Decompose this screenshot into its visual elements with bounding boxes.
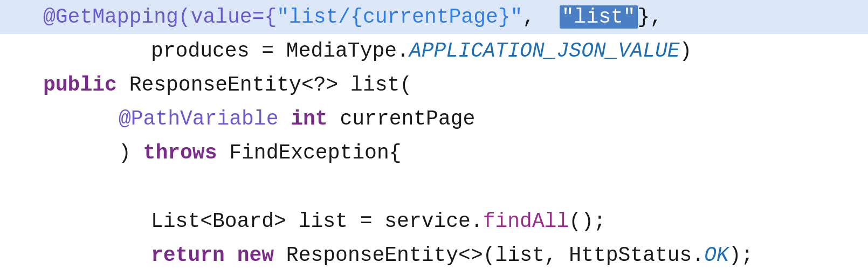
code-lines: @GetMapping(value={"list/{currentPage}",… bbox=[0, 0, 868, 276]
code-line: @GetMapping(value={"list/{currentPage}",… bbox=[0, 0, 868, 34]
code-line: return new ResponseEntity<>(list, HttpSt… bbox=[0, 238, 868, 272]
code-line: List<Board> list = service.findAll(); bbox=[0, 204, 868, 238]
code-line: public ResponseEntity<?> list( bbox=[0, 68, 868, 102]
code-line: } bbox=[0, 272, 868, 276]
code-editor: @GetMapping(value={"list/{currentPage}",… bbox=[0, 0, 868, 276]
code-line: ) throws FindException{ bbox=[0, 136, 868, 170]
code-line: @PathVariable int currentPage bbox=[0, 102, 868, 136]
code-line bbox=[0, 170, 868, 204]
code-line: produces = MediaType.APPLICATION_JSON_VA… bbox=[0, 34, 868, 68]
